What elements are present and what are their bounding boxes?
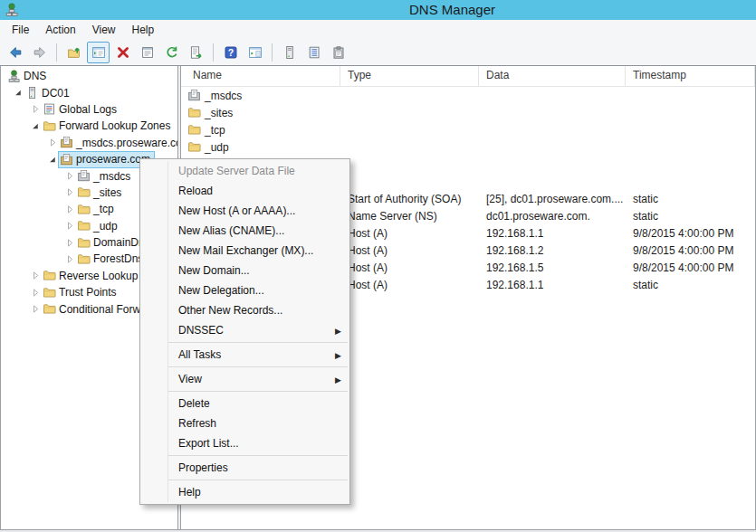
delete-button[interactable] (111, 42, 134, 63)
refresh-icon (165, 45, 179, 60)
refresh-button[interactable] (160, 42, 183, 63)
folder-icon (43, 269, 56, 282)
back-arrow-button[interactable] (4, 42, 26, 63)
forward-arrow-icon (33, 45, 47, 60)
menu-item-label: New Domain... (178, 264, 250, 277)
properties-icon (140, 45, 155, 60)
table-row[interactable]: _sites (181, 104, 755, 121)
menu-item-view[interactable]: View▶ (140, 369, 349, 389)
expander-collapsed-icon[interactable] (47, 137, 59, 148)
folder-icon (77, 203, 91, 216)
expander-collapsed-icon[interactable] (64, 186, 76, 198)
column-header-name[interactable]: Name (181, 66, 340, 86)
dns-root-icon (7, 70, 21, 83)
row-name: _msdcs (205, 90, 242, 102)
tree-item-msdcs-proseware-co[interactable]: _msdcs.proseware.co (1, 135, 177, 151)
list-header: NameTypeDataTimestamp (181, 66, 755, 87)
row-name: _tcp (205, 124, 225, 137)
menu-separator (168, 342, 348, 343)
menu-item-new-mail-exchanger-mx[interactable]: New Mail Exchanger (MX)... (140, 241, 349, 261)
expander-collapsed-icon[interactable] (64, 237, 76, 249)
zone-gray-icon (77, 169, 91, 183)
menu-item-label: Update Server Data File (178, 165, 295, 177)
folder-icon (77, 219, 91, 233)
console-window-icon (248, 45, 263, 60)
expander-collapsed-icon[interactable] (64, 204, 76, 215)
expander-collapsed-icon[interactable] (30, 303, 42, 315)
help-button[interactable]: ? (219, 42, 242, 63)
main-area: DNSDC01Global LogsForward Lookup Zones_m… (0, 66, 756, 529)
menu-action[interactable]: Action (37, 21, 83, 39)
menu-view[interactable]: View (84, 21, 124, 39)
up-level-button[interactable] (62, 42, 85, 63)
toolbar-separator (272, 43, 273, 62)
menu-item-new-host-a-or-aaaa[interactable]: New Host (A or AAAA)... (140, 201, 349, 221)
menu-item-properties[interactable]: Properties (140, 458, 349, 478)
tree-item-global-logs[interactable]: Global Logs (1, 101, 177, 118)
svg-text:?: ? (227, 47, 233, 58)
menu-item-new-domain[interactable]: New Domain... (140, 261, 349, 280)
expander-collapsed-icon[interactable] (30, 287, 42, 299)
expander-expanded-icon[interactable] (13, 87, 24, 99)
server-button[interactable] (278, 42, 301, 63)
toolbar: ? (0, 40, 756, 66)
console-window-button[interactable] (244, 42, 266, 63)
row-data: 192.168.1.2 (479, 244, 626, 257)
column-header-type[interactable]: Type (340, 66, 479, 86)
menu-item-label: DNSSEC (178, 324, 224, 337)
menu-item-label: Other New Records... (178, 304, 282, 317)
menu-item-delete[interactable]: Delete (140, 394, 349, 413)
toolbar-separator (213, 43, 214, 62)
clipboard-button[interactable] (327, 42, 349, 63)
menu-separator (168, 391, 348, 392)
export-list-icon (189, 45, 204, 60)
column-header-data[interactable]: Data (479, 66, 626, 86)
menu-separator (168, 366, 348, 367)
records-list-button[interactable] (302, 42, 325, 63)
menu-item-dnssec[interactable]: DNSSEC▶ (140, 320, 349, 340)
tree-item-dc01[interactable]: DC01 (1, 84, 177, 100)
table-row[interactable]: _msdcs (181, 87, 755, 104)
menu-item-help[interactable]: Help (140, 482, 349, 502)
menu-item-all-tasks[interactable]: All Tasks▶ (140, 345, 349, 365)
menu-help[interactable]: Help (124, 21, 163, 39)
show-console-tree-button[interactable] (87, 42, 110, 63)
menu-item-label: Export List... (178, 437, 239, 450)
expander-collapsed-icon[interactable] (64, 253, 76, 265)
menu-item-new-alias-cname[interactable]: New Alias (CNAME)... (140, 221, 349, 241)
tree-item-forward-lookup-zones[interactable]: Forward Lookup Zones (1, 118, 177, 134)
menu-item-reload[interactable]: Reload (140, 181, 349, 201)
expander-collapsed-icon[interactable] (64, 220, 76, 232)
row-type: Start of Authority (SOA) (340, 193, 479, 205)
properties-button[interactable] (136, 42, 158, 63)
folder-icon (43, 302, 56, 316)
menu-item-export-list[interactable]: Export List... (140, 433, 349, 453)
row-timestamp: static (626, 210, 755, 223)
tree-item-dns[interactable]: DNS (1, 68, 177, 84)
zone-icon (60, 153, 73, 166)
menu-item-label: Help (178, 486, 201, 499)
forward-arrow-button[interactable] (28, 42, 51, 63)
table-row[interactable]: _tcp (181, 121, 755, 138)
row-timestamp: static (626, 193, 755, 205)
expander-expanded-icon[interactable] (30, 120, 42, 132)
folder-icon (43, 286, 56, 299)
table-row[interactable]: _udp (181, 138, 755, 156)
folder-icon (187, 106, 201, 119)
clipboard-icon (331, 45, 346, 60)
back-arrow-icon (8, 45, 23, 60)
column-header-timestamp[interactable]: Timestamp (626, 66, 755, 86)
zone-gray-icon (187, 89, 201, 102)
menu-item-other-new-records[interactable]: Other New Records... (140, 300, 349, 320)
menu-file[interactable]: File (4, 21, 37, 39)
expander-collapsed-icon[interactable] (30, 103, 42, 115)
export-list-button[interactable] (185, 42, 207, 63)
expander-expanded-icon[interactable] (47, 154, 59, 166)
menu-item-label: New Mail Exchanger (MX)... (178, 244, 313, 257)
menu-item-refresh[interactable]: Refresh (140, 413, 349, 433)
menu-item-new-delegation[interactable]: New Delegation... (140, 280, 349, 300)
submenu-arrow-icon: ▶ (335, 370, 341, 390)
dns-app-icon (5, 3, 19, 17)
expander-collapsed-icon[interactable] (64, 170, 76, 182)
expander-collapsed-icon[interactable] (30, 270, 42, 281)
